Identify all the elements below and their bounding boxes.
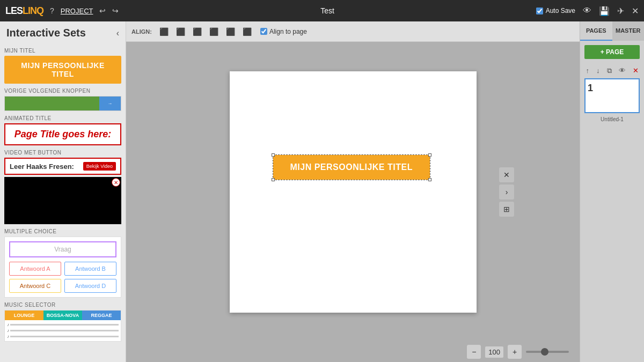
zoom-in-button[interactable]: +	[508, 345, 522, 359]
handle-top-left[interactable]	[272, 153, 275, 157]
align-to-page-checkbox[interactable]	[260, 28, 267, 35]
autosave-label: Auto Save	[546, 7, 575, 14]
logo: LESLINQ	[5, 5, 43, 17]
music-bar-1: ♪	[7, 322, 119, 327]
page-name: Untitled-1	[584, 116, 640, 122]
canvas-element-container[interactable]: MIJN PERSOONLIJKE TITEL	[273, 154, 430, 180]
page-item-actions: ↑ ↓ ⧉ 👁 ✕	[580, 63, 644, 76]
video-btn-row[interactable]: Leer Haaks Fresen: Bekijk Video	[4, 158, 121, 175]
share-button[interactable]: ✈	[617, 6, 624, 16]
align-right-icon[interactable]: ⬛	[191, 26, 204, 38]
mc-answers: Antwoord A Antwoord B Antwoord C Antwoor…	[9, 262, 116, 293]
zoom-slider[interactable]	[526, 351, 569, 353]
mc-question[interactable]: Vraag	[9, 241, 116, 257]
add-page-button[interactable]: + PAGE	[584, 45, 640, 59]
music-tab-reggae[interactable]: REGGAE	[82, 311, 121, 320]
align-to-page-label: Align to page	[269, 28, 307, 35]
page-move-down-icon[interactable]: ↓	[596, 67, 600, 75]
preview-button[interactable]: 👁	[583, 6, 591, 16]
handle-bottom-right[interactable]	[428, 178, 431, 181]
section-label-music: Music selector	[4, 302, 121, 308]
sidebar-content: MIJN TITEL MIJN PERSOONLIJKE TITEL Vorig…	[0, 43, 126, 362]
canvas-area: ALIGN: ⬛ ⬛ ⬛ ⬛ ⬛ ⬛ Align to page MIJN PE…	[126, 21, 580, 362]
align-bottom-icon[interactable]: ⬛	[240, 26, 254, 38]
page-duplicate-icon[interactable]: ⧉	[607, 67, 612, 75]
help-icon[interactable]: ?	[50, 6, 54, 15]
music-tab-lounge[interactable]: LOUNGE	[5, 311, 43, 320]
save-button[interactable]: 💾	[599, 6, 610, 16]
canvas-element-wrapper[interactable]: MIJN PERSOONLIJKE TITEL	[273, 154, 430, 180]
music-bar-3: ♪	[7, 334, 119, 339]
page-delete-icon[interactable]: ✕	[633, 67, 639, 75]
tab-master[interactable]: MASTER	[612, 21, 645, 41]
bekijk-video-button[interactable]: Bekijk Video	[83, 162, 116, 171]
multiple-choice-widget[interactable]: Vraag Antwoord A Antwoord B Antwoord C A…	[4, 237, 121, 298]
mijn-titel-button[interactable]: MIJN PERSOONLIJKE TITEL	[4, 56, 121, 84]
align-left-icon[interactable]: ⬛	[157, 26, 171, 38]
autosave-checkbox[interactable]	[536, 8, 543, 14]
section-label-vorige: Vorige volgende knoppen	[4, 88, 121, 94]
music-tab-bossa[interactable]: BOSSA-NOVA	[43, 311, 82, 320]
mc-answer-b[interactable]: Antwoord B	[64, 262, 116, 276]
music-selector-widget[interactable]: LOUNGE BOSSA-NOVA REGGAE ♪ ♪ ♪	[4, 310, 121, 342]
page-number: 1	[588, 82, 593, 94]
float-next-button[interactable]: ›	[499, 184, 514, 200]
autosave-toggle[interactable]: Auto Save	[536, 7, 575, 14]
tab-pages[interactable]: PAGES	[580, 21, 612, 41]
mc-answer-c[interactable]: Antwoord C	[9, 279, 61, 293]
align-center-h-icon[interactable]: ⬛	[174, 26, 187, 38]
canvas-page[interactable]: MIJN PERSOONLIJKE TITEL	[230, 71, 477, 313]
video-preview: ✕	[4, 177, 121, 224]
nav-control-blue: →	[99, 97, 121, 110]
close-button[interactable]: ✕	[632, 6, 639, 16]
handle-bottom-left[interactable]	[272, 178, 275, 181]
align-center-v-icon[interactable]: ⬛	[224, 26, 237, 38]
handle-top-right[interactable]	[428, 153, 431, 157]
canvas-wrapper: MIJN PERSOONLIJKE TITEL ✕ › ⊞	[126, 42, 580, 342]
zoom-out-button[interactable]: −	[467, 345, 481, 359]
right-floating-buttons: ✕ › ⊞	[499, 167, 514, 217]
video-close-icon[interactable]: ✕	[112, 178, 120, 187]
nav-control-green	[5, 97, 99, 110]
topbar: LESLINQ ? PROJECT ↩ ↪ Test Auto Save 👁 💾…	[0, 0, 644, 21]
project-label[interactable]: PROJECT	[61, 7, 93, 15]
sidebar-collapse-icon[interactable]: ‹	[116, 28, 119, 38]
music-tabs: LOUNGE BOSSA-NOVA REGGAE	[5, 311, 121, 320]
sidebar-header: Interactive Sets ‹	[0, 21, 126, 43]
page-visibility-icon[interactable]: 👁	[619, 67, 626, 75]
topbar-right: Auto Save 👁 💾 ✈ ✕	[536, 6, 639, 16]
mc-answer-a[interactable]: Antwoord A	[9, 262, 61, 276]
nav-control[interactable]: →	[4, 96, 121, 111]
canvas-orange-button[interactable]: MIJN PERSOONLIJKE TITEL	[273, 155, 430, 180]
logo-linq: LINQ	[23, 5, 43, 16]
document-title: Test	[125, 6, 529, 15]
align-top-icon[interactable]: ⬛	[207, 26, 221, 38]
main-area: Interactive Sets ‹ MIJN TITEL MIJN PERSO…	[0, 21, 644, 362]
section-label-mijn-titel: MIJN TITEL	[4, 48, 121, 54]
section-label-video: Video met button	[4, 150, 121, 156]
page-move-up-icon[interactable]: ↑	[586, 67, 590, 75]
zoom-value: 100	[485, 346, 503, 358]
align-toolbar: ALIGN: ⬛ ⬛ ⬛ ⬛ ⬛ ⬛ Align to page	[126, 21, 580, 42]
sidebar: Interactive Sets ‹ MIJN TITEL MIJN PERSO…	[0, 21, 126, 362]
sidebar-title: Interactive Sets	[6, 27, 86, 39]
music-bars: ♪ ♪ ♪	[5, 320, 121, 341]
zoom-bar: − 100 +	[126, 342, 580, 362]
video-label-text: Leer Haaks Fresen:	[10, 162, 80, 171]
float-layers-button[interactable]: ⊞	[499, 202, 514, 217]
mc-answer-d[interactable]: Antwoord D	[64, 279, 116, 293]
logo-les: LES	[5, 5, 23, 16]
pages-tabs: PAGES MASTER	[580, 21, 644, 41]
right-panel: PAGES MASTER + PAGE ↑ ↓ ⧉ 👁 ✕ 1 Untitled…	[580, 21, 644, 362]
undo-icon[interactable]: ↩	[99, 6, 106, 15]
section-label-animated: Animated title	[4, 115, 121, 121]
float-expand-button[interactable]: ✕	[499, 167, 514, 182]
animated-title-preview[interactable]: Page Title goes here:	[4, 123, 121, 145]
section-label-mc: Multiple choice	[4, 228, 121, 234]
align-to-page-control[interactable]: Align to page	[260, 28, 307, 35]
page-thumbnail[interactable]: 1	[584, 78, 640, 113]
redo-icon[interactable]: ↪	[112, 6, 119, 15]
music-bar-2: ♪	[7, 328, 119, 333]
align-label: ALIGN:	[131, 28, 152, 35]
